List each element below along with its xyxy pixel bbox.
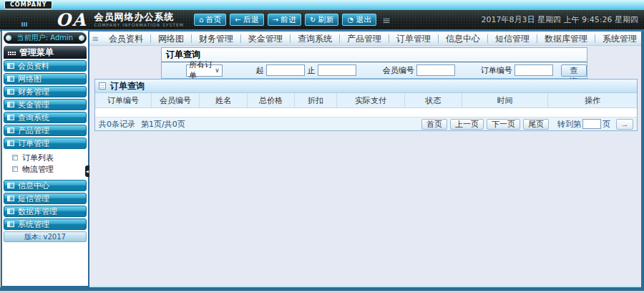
order-type-select[interactable]: 所有订单 ∨ (186, 64, 223, 77)
member-no-input[interactable] (416, 64, 455, 76)
order-search-panel: 订单查询 所有订单 ∨ 起 止 会员编号 订单编号 查询 (161, 47, 587, 79)
records-count-text: 共0条记录 (99, 119, 135, 130)
sidebar-item-bonus[interactable]: 奖金管理 (4, 99, 87, 110)
window-icon (7, 183, 14, 188)
sidebar-item-product[interactable]: 产品管理 (4, 125, 87, 136)
sidebar-item-database[interactable]: 数据库管理 (4, 206, 87, 217)
version-badge: 版本: v2017 (4, 231, 87, 242)
window-icon (7, 140, 14, 146)
sidebar-menu-header: 管理菜单 (4, 46, 87, 59)
app-window: COMPANY OA 会员网络办公系统 COMPANY INFORMATION … (0, 0, 644, 293)
chevron-down-icon: ∨ (215, 67, 220, 74)
submenu-item-logistics[interactable]: 物流管理 (4, 163, 87, 175)
menu-item-bonus[interactable]: 奖金管理 (240, 34, 290, 43)
sidebar-item-finance[interactable]: 财务管理 (4, 86, 87, 97)
column-order-no: 订单编号 (95, 93, 151, 107)
prev-page-button[interactable]: 上一页 (450, 119, 484, 130)
sidebar-item-label: 产品管理 (18, 125, 49, 136)
home-button[interactable]: ⌂ 首页 (194, 14, 226, 26)
date-to-input[interactable] (318, 64, 356, 76)
app-header: OA 会员网络办公系统 COMPANY INFORMATION SYSTEM ⌂… (0, 10, 644, 29)
table-body (95, 108, 637, 117)
current-user-label: 当前用户: Admin (17, 33, 73, 43)
logo-mark-icon (21, 22, 28, 27)
sidebar-item-label: 系统管理 (18, 219, 49, 230)
menubar-hamburger-icon[interactable]: ≡ (92, 34, 99, 44)
app-logo: OA (56, 11, 87, 29)
date-from-input[interactable] (266, 64, 305, 76)
menu-item-finance[interactable]: 财务管理 (191, 34, 240, 43)
column-time: 时间 (462, 93, 547, 107)
menu-item-query[interactable]: 查询系统 (290, 34, 339, 43)
first-page-button[interactable]: 首页 (421, 119, 447, 130)
sidebar-item-member-info[interactable]: 会员资料 (4, 60, 87, 72)
power-icon: ◔ (347, 16, 353, 24)
order-submenu: 订单列表 物流管理 (4, 149, 87, 178)
pin-icon (6, 35, 11, 41)
frame-right-border (641, 32, 644, 287)
goto-page-suffix: 页 (602, 119, 610, 130)
menu-item-product[interactable]: 产品管理 (339, 34, 389, 43)
menu-item-sms[interactable]: 短信管理 (487, 34, 537, 43)
column-name: 姓名 (199, 93, 247, 107)
goto-page-input[interactable] (582, 119, 601, 129)
logout-button[interactable]: ◔ 退出 (342, 14, 376, 26)
top-strip: COMPANY (0, 0, 644, 10)
header-hamburger-icon[interactable]: ≡ (382, 14, 391, 26)
window-icon (7, 221, 14, 227)
pagination-bar: 共0条记录 第1页/共0页 首页 上一页 下一页 尾页 转到第 页 → (95, 117, 637, 130)
submenu-item-order-list[interactable]: 订单列表 (4, 152, 87, 163)
menu-item-network-map[interactable]: 网络图 (150, 34, 191, 43)
forward-button-label: 前进 (280, 14, 296, 25)
date-from-label: 起 (256, 65, 264, 76)
search-panel-title: 订单查询 (162, 48, 587, 62)
sidebar-item-network-map[interactable]: 网络图 (4, 73, 87, 85)
sidebar-item-sms[interactable]: 短信管理 (4, 193, 87, 204)
window-icon (7, 196, 14, 201)
refresh-icon: ↻ (310, 16, 316, 24)
main-content: 订单查询 所有订单 ∨ 起 止 会员编号 订单编号 查询 订单查询 (89, 46, 641, 287)
back-button[interactable]: ← 后退 (230, 14, 263, 26)
order-no-input[interactable] (514, 64, 553, 76)
window-icon (7, 63, 14, 69)
menu-item-database[interactable]: 数据库管理 (537, 34, 595, 43)
menu-item-message-center[interactable]: 信息中心 (438, 34, 487, 43)
collapse-arrow-icon: ◀ (86, 169, 89, 173)
list-icon (99, 82, 106, 90)
last-page-button[interactable]: 尾页 (523, 119, 549, 130)
next-page-button[interactable]: 下一页 (487, 119, 520, 130)
order-type-value: 所有订单 (189, 59, 215, 81)
window-icon (7, 102, 14, 107)
go-arrow-icon: → (621, 120, 629, 128)
sidebar-item-message-center[interactable]: 信息中心 (4, 180, 87, 191)
sidebar-item-label: 数据库管理 (18, 206, 57, 217)
page-icon (12, 166, 18, 172)
sidebar-item-label: 奖金管理 (18, 100, 49, 110)
sidebar-item-label: 会员资料 (18, 61, 49, 72)
home-button-label: 首页 (205, 14, 221, 25)
search-button[interactable]: 查询 (561, 64, 587, 77)
forward-button[interactable]: → 前进 (268, 14, 301, 26)
menu-item-member-info[interactable]: 会员资料 (102, 34, 150, 43)
goto-page-prefix: 转到第 (557, 119, 581, 130)
window-icon (7, 208, 14, 214)
page-icon (12, 155, 18, 160)
menu-item-system[interactable]: 系统管理 (595, 34, 644, 43)
refresh-button[interactable]: ↻ 刷新 (305, 14, 338, 26)
order-no-label: 订单编号 (481, 65, 512, 76)
logout-button-label: 退出 (356, 14, 371, 25)
column-status: 状态 (404, 93, 462, 107)
submenu-item-label: 物流管理 (22, 164, 54, 175)
menu-item-order[interactable]: 订单管理 (389, 34, 438, 43)
results-panel-titlebar: 订单查询 (95, 80, 637, 93)
goto-page-button[interactable]: → (616, 119, 633, 130)
arrow-left-icon: ← (235, 16, 240, 24)
window-icon (7, 76, 14, 82)
sidebar-item-order[interactable]: 订单管理 (4, 138, 87, 149)
window-icon (7, 128, 14, 133)
sidebar-item-system[interactable]: 系统管理 (4, 218, 87, 230)
app-subtitle: COMPANY INFORMATION SYSTEM (94, 23, 184, 27)
sidebar-item-query[interactable]: 查询系统 (4, 112, 87, 123)
home-icon: ⌂ (199, 16, 203, 24)
window-icon (7, 115, 14, 120)
